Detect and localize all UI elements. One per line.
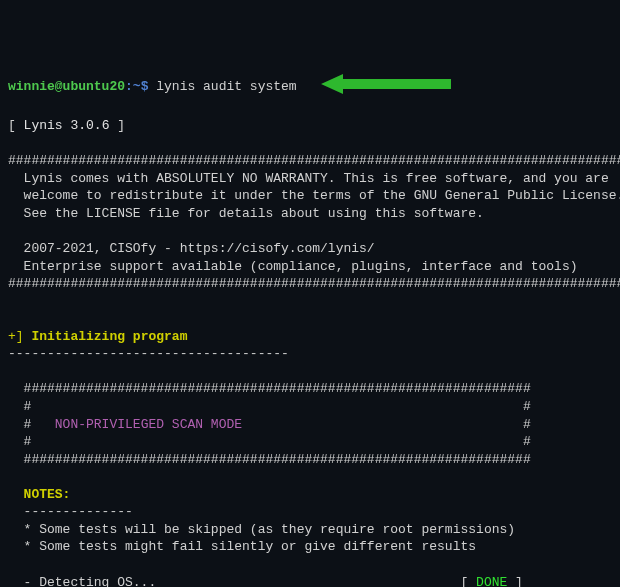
prompt-path: :~$ <box>125 79 156 94</box>
arrow-annotation <box>321 74 451 100</box>
warranty-line3: See the LICENSE file for details about u… <box>8 206 484 221</box>
lynis-header: [ Lynis 3.0.6 ] <box>8 118 125 133</box>
box-row2: # NON-PRIVILEGED SCAN MODE # <box>8 417 531 432</box>
init-line: +] Initializing program <box>8 329 187 344</box>
check-1: - Detecting OS... [ DONE ] <box>8 575 523 588</box>
svg-marker-0 <box>321 74 451 94</box>
copyright-line2: Enterprise support available (compliance… <box>8 259 578 274</box>
prompt-line[interactable]: winnie@ubuntu20:~$ lynis audit system <box>8 79 451 94</box>
init-label: Initializing program <box>24 329 188 344</box>
command-input: lynis audit system <box>156 79 296 94</box>
status-done: DONE <box>476 575 507 588</box>
init-prefix: +] <box>8 329 24 344</box>
notes-dash: -------------- <box>8 504 133 519</box>
notes-label: NOTES: <box>8 487 70 502</box>
init-dashes: ------------------------------------ <box>8 346 289 361</box>
box-row3: # # <box>8 434 531 449</box>
warranty-line2: welcome to redistribute it under the ter… <box>8 188 620 203</box>
hashline-top: ########################################… <box>8 153 620 168</box>
scan-mode-label: NON-PRIVILEGED SCAN MODE <box>55 417 242 432</box>
prompt-user-host: winnie@ubuntu20 <box>8 79 125 94</box>
note-2: * Some tests might fail silently or give… <box>8 539 476 554</box>
box-bot: ########################################… <box>8 452 531 467</box>
warranty-line1: Lynis comes with ABSOLUTELY NO WARRANTY.… <box>8 171 609 186</box>
hashline-bot: ########################################… <box>8 276 620 291</box>
box-top: ########################################… <box>8 381 531 396</box>
copyright-line1: 2007-2021, CISOfy - https://cisofy.com/l… <box>8 241 375 256</box>
box-row1: # # <box>8 399 531 414</box>
note-1: * Some tests will be skipped (as they re… <box>8 522 515 537</box>
